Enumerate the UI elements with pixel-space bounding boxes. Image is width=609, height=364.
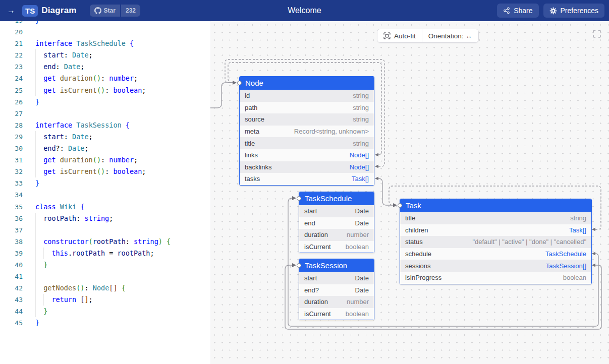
- code-line[interactable]: 41: [0, 271, 210, 282]
- entity-node[interactable]: NodeidstringpathstringsourcestringmetaRe…: [239, 76, 374, 186]
- code-text: return [];: [35, 294, 93, 306]
- code-line[interactable]: 36rootPath: string;: [0, 213, 210, 224]
- code-text: }: [35, 96, 39, 108]
- share-button[interactable]: Share: [497, 4, 538, 18]
- code-line[interactable]: 27: [0, 108, 210, 119]
- code-line[interactable]: 26}: [0, 96, 210, 108]
- field-name: end?: [304, 286, 319, 294]
- field-name: backlinks: [245, 163, 271, 171]
- field-type[interactable]: TaskSession[]: [546, 262, 586, 270]
- code-line[interactable]: 45}: [0, 317, 210, 329]
- code-line[interactable]: 44}: [0, 306, 210, 317]
- field-type[interactable]: TaskSchedule: [545, 250, 586, 258]
- code-line[interactable]: 37: [0, 224, 210, 236]
- entity-target-handle[interactable]: [237, 81, 242, 85]
- code-line[interactable]: 20: [0, 26, 210, 38]
- code-line[interactable]: 43return [];: [0, 294, 210, 306]
- field-type[interactable]: Task[]: [569, 226, 586, 234]
- github-star-widget[interactable]: Star 232: [90, 5, 140, 17]
- entity-target-handle[interactable]: [398, 203, 402, 208]
- field-name: schedule: [405, 250, 431, 258]
- line-number: 30: [0, 143, 23, 154]
- entity-task[interactable]: TasktitlestringchildrenTask[]status"defa…: [400, 199, 592, 284]
- field-type: string: [353, 92, 369, 99]
- line-number: 26: [0, 96, 23, 108]
- entity-field-row: sessionsTaskSession[]: [400, 260, 591, 272]
- entity-header[interactable]: TaskSchedule: [299, 192, 374, 205]
- code-line[interactable]: 22start: Date;: [0, 49, 210, 61]
- code-line[interactable]: 38constructor(rootPath: string) {: [0, 236, 210, 248]
- entity-field-row: scheduleTaskSchedule: [400, 248, 591, 260]
- code-text: end: Date;: [35, 61, 85, 73]
- code-text: }: [35, 306, 47, 317]
- field-type: Record<string, unknown>: [294, 128, 369, 135]
- field-type[interactable]: Node[]: [350, 163, 369, 171]
- entity-field-row: durationnumber: [299, 229, 374, 241]
- field-type[interactable]: Task[]: [352, 175, 369, 183]
- entity-header[interactable]: Task: [400, 199, 591, 212]
- orientation-button[interactable]: Orientation: ↔: [422, 29, 478, 42]
- entity-field-row: endDate: [299, 217, 374, 229]
- collapse-editor-icon[interactable]: →: [7, 6, 17, 15]
- code-line[interactable]: 21interface TaskSchedule {: [0, 38, 210, 49]
- code-line[interactable]: 40}: [0, 259, 210, 271]
- field-type: boolean: [346, 243, 369, 251]
- code-line[interactable]: 33}: [0, 177, 210, 189]
- canvas-toolbar: Auto-fit Orientation: ↔: [377, 29, 479, 43]
- field-name: meta: [245, 128, 259, 135]
- entity-field-row: titlestring: [240, 137, 374, 149]
- code-line[interactable]: 39this.rootPath = rootPath;: [0, 248, 210, 259]
- code-text: get duration(): number;: [35, 73, 138, 84]
- line-number: 41: [0, 271, 23, 282]
- preferences-button[interactable]: Preferences: [543, 4, 604, 18]
- orientation-label: Orientation: ↔: [428, 32, 472, 40]
- entity-field-row: durationnumber: [299, 296, 374, 308]
- gear-icon: [549, 7, 557, 15]
- code-line[interactable]: 24get duration(): number;: [0, 73, 210, 84]
- entity-taskschedule[interactable]: TaskSchedulestartDateendDatedurationnumb…: [299, 192, 374, 253]
- app-logo[interactable]: TS Diagram: [22, 5, 77, 17]
- entity-field-row: isCurrentboolean: [299, 241, 374, 253]
- field-type[interactable]: Node[]: [350, 151, 369, 159]
- code-line[interactable]: 34: [0, 189, 210, 201]
- code-line[interactable]: 42getNodes(): Node[] {: [0, 282, 210, 294]
- code-text: this.rootPath = rootPath;: [35, 248, 154, 259]
- autofit-icon: [383, 32, 391, 39]
- entity-target-handle[interactable]: [297, 263, 301, 268]
- diagram-canvas[interactable]: [211, 21, 609, 364]
- entity-field-row: isInProgressboolean: [400, 272, 591, 284]
- github-icon: [94, 7, 101, 14]
- field-type: Date: [355, 274, 369, 282]
- code-line[interactable]: 32get isCurrent(): boolean;: [0, 166, 210, 177]
- entity-target-handle[interactable]: [297, 196, 301, 201]
- autofit-button[interactable]: Auto-fit: [377, 29, 422, 42]
- line-number: 36: [0, 213, 23, 224]
- code-line[interactable]: 30end?: Date;: [0, 143, 210, 154]
- code-line[interactable]: 28interface TaskSession {: [0, 119, 210, 131]
- entity-field-row: end?Date: [299, 284, 374, 296]
- line-number: 38: [0, 236, 23, 248]
- line-number: 19: [0, 21, 23, 26]
- field-type: boolean: [563, 274, 586, 281]
- line-number: 45: [0, 317, 23, 329]
- code-line[interactable]: 25get isCurrent(): boolean;: [0, 85, 210, 96]
- code-line[interactable]: 31get duration(): number;: [0, 154, 210, 166]
- entity-tasksession[interactable]: TaskSessionstartDateend?Datedurationnumb…: [299, 259, 374, 320]
- fullscreen-icon[interactable]: [593, 30, 601, 38]
- github-star-count: 232: [121, 5, 140, 17]
- line-number: 40: [0, 259, 23, 271]
- entity-header[interactable]: Node: [240, 77, 374, 90]
- code-line[interactable]: 29start: Date;: [0, 131, 210, 143]
- entity-header[interactable]: TaskSession: [299, 259, 374, 272]
- line-number: 34: [0, 189, 23, 201]
- line-number: 42: [0, 282, 23, 294]
- code-editor[interactable]: 19}2021interface TaskSchedule {22start: …: [0, 21, 210, 364]
- code-line[interactable]: 35class Wiki {: [0, 201, 210, 213]
- code-text: getNodes(): Node[] {: [35, 282, 126, 294]
- code-line[interactable]: 23end: Date;: [0, 61, 210, 73]
- entity-title: TaskSession: [305, 261, 347, 270]
- entity-title: Node: [245, 79, 263, 87]
- entity-title: Task: [406, 201, 421, 210]
- field-type: boolean: [346, 310, 369, 318]
- code-line[interactable]: 19}: [0, 21, 210, 26]
